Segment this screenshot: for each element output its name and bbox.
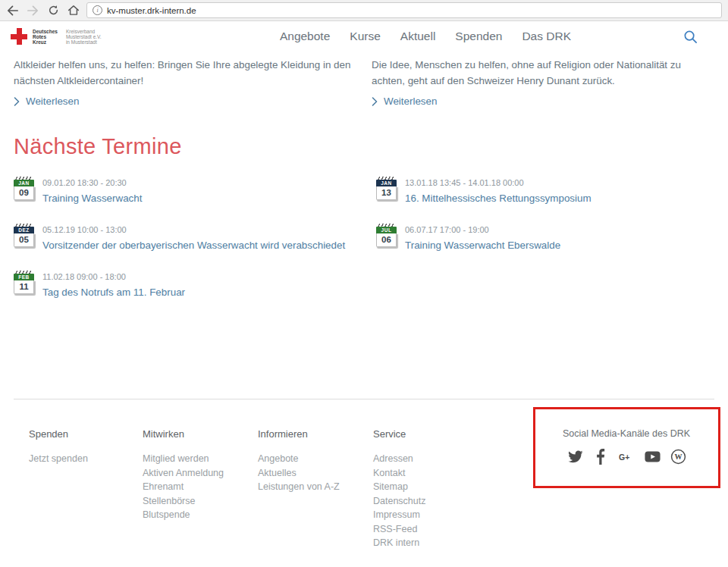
footer-link-kontakt[interactable]: Kontakt <box>373 466 517 481</box>
nav-item-das-drk[interactable]: Das DRK <box>522 30 571 43</box>
footer-heading: Mitwirken <box>143 428 258 440</box>
footer-column-spenden: Spenden Jetzt spenden <box>29 428 143 550</box>
event-item: JUL 06 06.07.17 17:00 - 19:00 Training W… <box>376 223 714 253</box>
event-date: 11.02.18 09:00 - 18:00 <box>14 270 376 283</box>
teaser-idee: Die Idee, Menschen zu helfen, ohne auf R… <box>372 52 714 107</box>
chevron-right-icon <box>372 97 378 106</box>
social-title: Social Media-Kanäle des DRK <box>535 428 717 439</box>
section-title-termine: Nächste Termine <box>14 134 714 159</box>
search-icon[interactable] <box>683 30 698 44</box>
page-info-icon[interactable]: i <box>93 5 102 15</box>
event-item: DEZ 05 05.12.19 10:00 - 13:00 Vorsitzend… <box>14 223 376 253</box>
readmore-link[interactable]: Weiterlesen <box>372 96 714 107</box>
event-link[interactable]: Tag des Notrufs am 11. Februar <box>14 284 376 300</box>
footer-link-rss-feed[interactable]: RSS-Feed <box>373 522 517 537</box>
teaser-text: Altkleider helfen uns, zu helfen: Bringe… <box>14 57 356 89</box>
logo-org-text: Kreisverband Musterstadt e.V. in Musters… <box>66 29 102 45</box>
footer-heading: Service <box>373 428 517 440</box>
footer-link-aktiven-anmeldung[interactable]: Aktiven Anmeldung <box>143 466 258 481</box>
calendar-rings <box>378 177 395 180</box>
event-link[interactable]: Vorsitzender der oberbayerischen Wasserw… <box>14 237 376 253</box>
calendar-icon: FEB 11 <box>14 271 34 294</box>
event-date: 09.01.20 18:30 - 20:30 <box>14 176 376 189</box>
nav-item-angebote[interactable]: Angebote <box>280 30 330 43</box>
calendar-rings <box>15 177 33 180</box>
calendar-rings <box>15 224 33 227</box>
teaser-row: Altkleider helfen uns, zu helfen: Bringe… <box>14 52 714 107</box>
events-grid: JAN 09 09.01.20 18:30 - 20:30 Training W… <box>14 176 714 317</box>
footer-link-adressen[interactable]: Adressen <box>373 452 517 466</box>
footer-link-blutspende[interactable]: Blutspende <box>143 508 258 522</box>
twitter-icon[interactable] <box>567 449 583 465</box>
event-date: 13.01.18 13:45 - 14.01.18 00:00 <box>376 176 714 189</box>
site-footer: Spenden Jetzt spenden Mitwirken Mitglied… <box>0 399 728 550</box>
wordpress-icon[interactable]: W <box>670 449 686 465</box>
red-cross-icon <box>11 28 27 45</box>
calendar-icon: JUL 06 <box>376 224 397 247</box>
footer-link-ehrenamt[interactable]: Ehrenamt <box>143 480 258 494</box>
url-text: kv-muster.drk-intern.de <box>107 6 196 15</box>
footer-heading: Informieren <box>258 428 373 440</box>
event-date: 05.12.19 10:00 - 13:00 <box>14 223 376 236</box>
page-content: Altkleider helfen uns, zu helfen: Bringe… <box>0 52 728 399</box>
footer-link-sitemap[interactable]: Sitemap <box>373 480 517 494</box>
back-button[interactable] <box>5 3 20 18</box>
teaser-altkleider: Altkleider helfen uns, zu helfen: Bringe… <box>14 52 356 107</box>
logo-brand-text: Deutsches Rotes Kreuz <box>33 29 58 45</box>
events-column-right: JAN 13 13.01.18 13:45 - 14.01.18 00:00 1… <box>376 176 714 317</box>
footer-link-jetzt-spenden[interactable]: Jetzt spenden <box>29 452 143 466</box>
google-plus-icon[interactable]: G+ <box>619 449 635 465</box>
svg-text:W: W <box>674 453 682 461</box>
home-button[interactable] <box>66 3 81 18</box>
event-item: FEB 11 11.02.18 09:00 - 18:00 Tag des No… <box>14 270 376 300</box>
event-link[interactable]: Training Wasserwacht <box>14 190 376 206</box>
calendar-icon: JAN 13 <box>376 177 397 200</box>
main-navigation: Angebote Kurse Aktuell Spenden Das DRK <box>280 30 571 43</box>
event-item: JAN 13 13.01.18 13:45 - 14.01.18 00:00 1… <box>376 176 714 206</box>
drk-logo[interactable]: Deutsches Rotes Kreuz Kreisverband Muste… <box>11 28 102 45</box>
footer-link-leistungen[interactable]: Leistungen von A-Z <box>258 480 373 494</box>
footer-heading: Spenden <box>29 428 143 440</box>
facebook-icon[interactable] <box>593 449 609 465</box>
youtube-icon[interactable] <box>645 449 661 465</box>
event-link[interactable]: Training Wasserwacht Eberswalde <box>376 237 714 253</box>
readmore-link[interactable]: Weiterlesen <box>14 96 356 107</box>
calendar-rings <box>15 271 33 274</box>
calendar-icon: JAN 09 <box>14 177 34 200</box>
svg-text:G+: G+ <box>619 452 629 461</box>
event-link[interactable]: 16. Mittelhessisches Rettungssymposium <box>376 190 714 206</box>
chevron-right-icon <box>14 97 20 106</box>
footer-social-section: Social Media-Kanäle des DRK G+ W <box>535 428 717 550</box>
reload-button[interactable] <box>46 3 61 18</box>
footer-column-informieren: Informieren Angebote Aktuelles Leistunge… <box>258 428 373 550</box>
nav-item-aktuell[interactable]: Aktuell <box>400 30 436 43</box>
footer-link-drk-intern[interactable]: DRK intern <box>373 536 517 550</box>
event-item: JAN 09 09.01.20 18:30 - 20:30 Training W… <box>14 176 376 206</box>
event-date: 06.07.17 17:00 - 19:00 <box>376 223 714 236</box>
nav-item-kurse[interactable]: Kurse <box>350 30 381 43</box>
footer-link-datenschutz[interactable]: Datenschutz <box>373 494 517 509</box>
address-bar[interactable]: i kv-muster.drk-intern.de <box>86 2 722 18</box>
social-icons-row: G+ W <box>535 449 717 465</box>
footer-column-mitwirken: Mitwirken Mitglied werden Aktiven Anmeld… <box>143 428 258 550</box>
events-column-left: JAN 09 09.01.20 18:30 - 20:30 Training W… <box>14 176 376 317</box>
calendar-icon: DEZ 05 <box>14 224 34 247</box>
footer-column-service: Service Adressen Kontakt Sitemap Datensc… <box>373 428 517 550</box>
footer-link-impressum[interactable]: Impressum <box>373 508 517 522</box>
footer-link-aktuelles[interactable]: Aktuelles <box>258 466 373 481</box>
footer-link-mitglied-werden[interactable]: Mitglied werden <box>143 452 258 466</box>
forward-button[interactable] <box>25 3 40 18</box>
site-header: Deutsches Rotes Kreuz Kreisverband Muste… <box>0 21 728 52</box>
footer-link-angebote[interactable]: Angebote <box>258 452 373 466</box>
calendar-rings <box>378 224 395 227</box>
teaser-text: Die Idee, Menschen zu helfen, ohne auf R… <box>372 57 714 89</box>
footer-link-stellenboerse[interactable]: Stellenbörse <box>143 494 258 509</box>
browser-toolbar: i kv-muster.drk-intern.de <box>0 0 728 21</box>
nav-item-spenden[interactable]: Spenden <box>455 30 502 43</box>
